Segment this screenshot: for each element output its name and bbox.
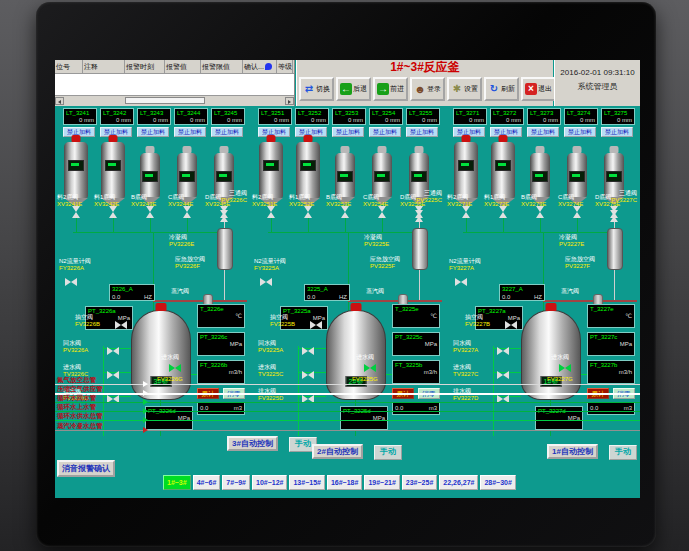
feed-inhibit-button[interactable]: 禁止加料	[137, 127, 169, 137]
tank-cap-icon	[72, 135, 81, 142]
page-tab[interactable]: 16#~18#	[327, 475, 362, 490]
feed-inhibit-button[interactable]: 禁止加料	[174, 127, 206, 137]
reactor-cap-icon	[546, 303, 557, 311]
page-tab[interactable]: 1#~3#	[163, 475, 191, 490]
hz-value: 0.0	[502, 293, 510, 301]
alarm-column-label: 报警值	[166, 61, 187, 73]
switch-button[interactable]: ⇄切换	[299, 77, 334, 101]
tank-cap-icon	[341, 146, 350, 153]
pressure-display: PT_3225dMPa	[340, 406, 388, 430]
page-tab[interactable]: 13#~15#	[289, 475, 324, 490]
feed-inhibit-button[interactable]: 禁止加料	[527, 127, 559, 137]
page-title: 1#~3#反应釜	[297, 60, 553, 75]
lt-value: 0 mm	[298, 117, 326, 124]
feed-inhibit-button[interactable]: 禁止加料	[332, 127, 364, 137]
forward-button[interactable]: →前进	[373, 77, 408, 101]
feed-inhibit-button[interactable]: 禁止加料	[601, 127, 633, 137]
totalizer-display: 0.0m3	[587, 402, 635, 415]
pipe	[103, 346, 104, 436]
auto-control-button[interactable]: 1#自动控制	[547, 444, 598, 459]
valve-tag: XV3272E	[484, 201, 509, 208]
tank-cap-icon	[220, 146, 229, 153]
feed-inhibit-button[interactable]: 禁止加料	[564, 127, 596, 137]
n2-flow-valve-icon[interactable]	[455, 278, 467, 287]
valve-name: 三通阀	[205, 190, 247, 197]
valve-name: N2流量计阀	[254, 258, 286, 265]
n2-flow-valve-icon[interactable]	[65, 278, 77, 287]
valve-name: 料1底阀	[94, 194, 119, 201]
exit-button[interactable]: ×退出	[521, 77, 556, 101]
valve-tag: TV3227C	[453, 371, 478, 378]
utility-valve-icon[interactable]	[302, 347, 314, 356]
valve-name: B底阀	[521, 194, 546, 201]
feed-tank	[177, 153, 197, 197]
legend-label: 循环水回水管	[57, 394, 96, 401]
valve-name: 冷凝阀	[169, 234, 194, 241]
page-tab[interactable]: 19#~21#	[364, 475, 399, 490]
valve-tag: PV3227E	[559, 241, 584, 248]
relief-valve-label: 应急放空阀PV3226F	[175, 256, 205, 270]
feed-inhibit-button[interactable]: 禁止加料	[406, 127, 438, 137]
login-button[interactable]: ☻登录	[410, 77, 445, 101]
alarm-hscrollbar[interactable]	[55, 95, 294, 106]
three-way-valve-icon[interactable]	[610, 210, 619, 222]
valve-tag: XV3253E	[326, 201, 351, 208]
back-button[interactable]: ←后退	[336, 77, 371, 101]
auto-control-button[interactable]: 3#自动控制	[227, 436, 278, 451]
feed-tank	[259, 142, 283, 198]
scroll-left-icon[interactable]	[55, 97, 64, 105]
inlet-valve-icon[interactable]	[364, 364, 376, 373]
refresh-button[interactable]: ↻刷新	[484, 77, 519, 101]
inst-unit: MPa	[590, 341, 632, 348]
scrollbar-thumb[interactable]	[125, 97, 205, 104]
settings-button[interactable]: ✱设置	[447, 77, 482, 101]
n2-flow-valve-icon[interactable]	[260, 278, 272, 287]
inlet-valve-icon[interactable]	[559, 364, 571, 373]
lt-value: 0 mm	[493, 117, 521, 124]
mute-alarm-button[interactable]: 消音报警确认	[57, 460, 115, 477]
feed-inhibit-button[interactable]: 禁止加料	[211, 127, 243, 137]
utility-valve-icon[interactable]	[505, 321, 517, 330]
pipe	[419, 268, 420, 300]
three-way-valve-icon[interactable]	[415, 210, 424, 222]
utility-valve-icon[interactable]	[302, 371, 314, 380]
datetime-display: 2016-02-01 09:31:10	[555, 68, 640, 78]
valve-name: 蒸汽阀	[171, 288, 189, 295]
feed-inhibit-button[interactable]: 禁止加料	[369, 127, 401, 137]
scroll-right-icon[interactable]	[285, 97, 294, 105]
switch-icon: ⇄	[303, 83, 315, 95]
tank-valve-label: 料1底阀XV3252E	[289, 194, 314, 208]
valve-name: 进水阀	[258, 364, 283, 371]
tank-valve-label: C底阀XV3274E	[558, 194, 583, 208]
three-way-valve-icon[interactable]	[220, 210, 229, 222]
feed-tank	[567, 153, 587, 197]
utility-valve-icon[interactable]	[310, 321, 322, 330]
page-tab[interactable]: 10#~12#	[252, 475, 287, 490]
page-tab[interactable]: 7#~9#	[222, 475, 250, 490]
page-tab[interactable]: 28#~30#	[480, 475, 515, 490]
level-display: LT_32710 mm	[453, 108, 487, 125]
lt-value: 0 mm	[261, 117, 289, 124]
utility-valve-icon[interactable]	[497, 371, 509, 380]
utility-valve-icon[interactable]	[115, 321, 127, 330]
level-display: LT_32520 mm	[295, 108, 329, 125]
tank-valve-label: 料1底阀XV3272E	[484, 194, 509, 208]
utility-valve-icon[interactable]	[107, 371, 119, 380]
utility-valve-icon[interactable]	[107, 347, 119, 356]
page-tab[interactable]: 22,26,27#	[439, 475, 478, 490]
inlet-valve-icon[interactable]	[169, 364, 181, 373]
alarm-column-label: 报警时刻	[126, 61, 154, 73]
page-tab[interactable]: 23#~25#	[402, 475, 437, 490]
hz-value-row: 0.0HZ	[307, 293, 347, 301]
tank-cap-icon	[378, 146, 387, 153]
valve-tag: XV3242E	[94, 201, 119, 208]
valve-tag: PV3227C	[595, 197, 637, 204]
valve-tag: PV3227A	[453, 347, 478, 354]
agitator-speed-display: 3225_A0.0HZ	[304, 284, 350, 301]
lt-value: 0 mm	[335, 117, 363, 124]
page-tab[interactable]: 4#~6#	[193, 475, 221, 490]
auto-control-button[interactable]: 2#自动控制	[312, 444, 363, 459]
valve-tag: FY3226A	[59, 265, 91, 272]
utility-valve-icon[interactable]	[497, 347, 509, 356]
valve-name: 应急放空阀	[370, 256, 400, 263]
